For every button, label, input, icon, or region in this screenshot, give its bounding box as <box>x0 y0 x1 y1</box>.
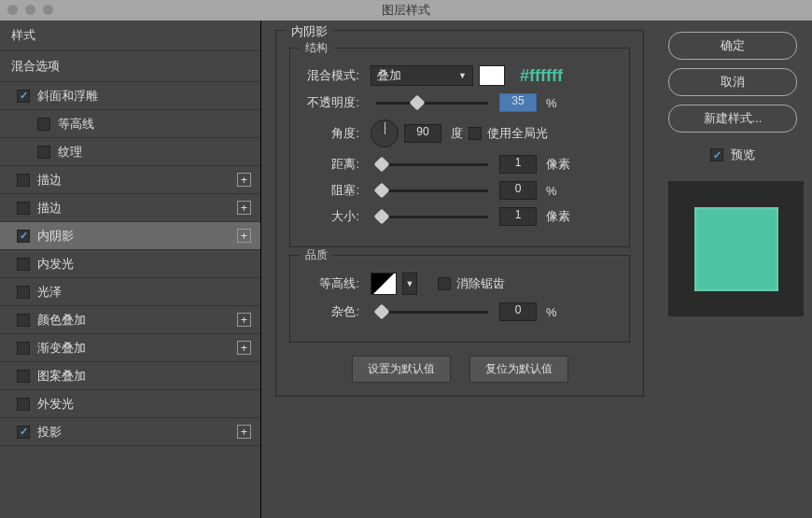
new-style-button[interactable]: 新建样式... <box>668 105 797 133</box>
style-checkbox[interactable] <box>17 258 30 271</box>
opacity-input[interactable]: 35 <box>499 93 537 112</box>
style-item-0[interactable]: 斜面和浮雕 <box>0 82 260 110</box>
title-bar: 图层样式 <box>0 0 812 21</box>
distance-input[interactable]: 1 <box>499 155 537 174</box>
opacity-label: 不透明度: <box>303 94 359 111</box>
style-label: 外发光 <box>37 396 74 413</box>
style-label: 颜色叠加 <box>37 312 86 329</box>
style-label: 渐变叠加 <box>37 340 86 357</box>
size-label: 大小: <box>303 208 359 225</box>
style-label: 描边 <box>37 200 62 217</box>
style-label: 斜面和浮雕 <box>37 88 98 105</box>
style-label: 投影 <box>37 424 62 441</box>
style-item-12[interactable]: 投影+ <box>0 418 260 446</box>
section-blend-options[interactable]: 混合选项 <box>0 51 260 82</box>
style-label: 光泽 <box>37 284 62 301</box>
style-label: 内发光 <box>37 256 74 273</box>
style-item-7[interactable]: 光泽 <box>0 278 260 306</box>
style-label: 内阴影 <box>37 228 74 245</box>
antialias-checkbox[interactable] <box>438 277 451 290</box>
choke-input[interactable]: 0 <box>499 181 537 200</box>
style-checkbox[interactable] <box>17 90 30 103</box>
preview-box <box>668 181 804 316</box>
style-checkbox[interactable] <box>37 118 50 131</box>
chevron-down-icon: ▼ <box>458 71 467 80</box>
reset-default-button[interactable]: 复位为默认值 <box>469 356 568 383</box>
blend-mode-select[interactable]: 叠加 ▼ <box>371 65 473 86</box>
style-checkbox[interactable] <box>17 370 30 383</box>
preview-checkbox[interactable] <box>710 148 723 161</box>
size-input[interactable]: 1 <box>499 207 537 226</box>
style-item-10[interactable]: 图案叠加 <box>0 362 260 390</box>
style-item-5[interactable]: 内阴影+ <box>0 222 260 250</box>
style-item-6[interactable]: 内发光 <box>0 250 260 278</box>
angle-input[interactable]: 90 <box>404 124 441 143</box>
ok-button[interactable]: 确定 <box>668 32 797 60</box>
style-item-11[interactable]: 外发光 <box>0 390 260 418</box>
settings-panel: 内阴影 结构 混合模式: 叠加 ▼ #ffffff 不透明度: 35 % <box>261 21 653 518</box>
contour-dropdown[interactable]: ▼ <box>402 273 417 295</box>
contour-swatch[interactable] <box>371 273 397 295</box>
preview-swatch <box>694 207 778 291</box>
global-light-label: 使用全局光 <box>487 125 548 142</box>
style-item-3[interactable]: 描边+ <box>0 166 260 194</box>
style-item-2[interactable]: 纹理 <box>0 138 260 166</box>
style-checkbox[interactable] <box>17 314 30 327</box>
style-checkbox[interactable] <box>17 286 30 299</box>
style-checkbox[interactable] <box>17 426 30 439</box>
window-controls[interactable] <box>7 5 53 15</box>
structure-title: 结构 <box>300 40 333 56</box>
plus-icon[interactable]: + <box>237 229 251 243</box>
style-checkbox[interactable] <box>17 398 30 411</box>
noise-input[interactable]: 0 <box>499 302 537 321</box>
style-item-1[interactable]: 等高线 <box>0 110 260 138</box>
style-label: 等高线 <box>58 116 94 133</box>
style-checkbox[interactable] <box>17 230 30 243</box>
plus-icon[interactable]: + <box>237 173 251 187</box>
distance-slider[interactable] <box>376 163 488 166</box>
plus-icon[interactable]: + <box>237 341 251 355</box>
choke-label: 阻塞: <box>303 182 359 199</box>
antialias-label: 消除锯齿 <box>456 275 505 292</box>
style-checkbox[interactable] <box>17 342 30 355</box>
contour-label: 等高线: <box>303 275 359 292</box>
choke-slider[interactable] <box>376 189 488 192</box>
right-panel: 确定 取消 新建样式... 预览 <box>653 21 812 518</box>
style-label: 描边 <box>37 172 62 189</box>
plus-icon[interactable]: + <box>237 425 251 439</box>
style-item-9[interactable]: 渐变叠加+ <box>0 334 260 362</box>
make-default-button[interactable]: 设置为默认值 <box>352 356 451 383</box>
section-styles[interactable]: 样式 <box>0 21 260 51</box>
color-swatch[interactable] <box>479 65 505 86</box>
plus-icon[interactable]: + <box>237 201 251 215</box>
size-slider[interactable] <box>376 216 488 218</box>
preview-label: 预览 <box>731 147 755 163</box>
blend-mode-label: 混合模式: <box>303 67 359 84</box>
chevron-down-icon: ▼ <box>406 279 414 288</box>
plus-icon[interactable]: + <box>237 313 251 327</box>
style-checkbox[interactable] <box>17 202 30 215</box>
style-item-4[interactable]: 描边+ <box>0 194 260 222</box>
angle-dial[interactable] <box>371 119 399 147</box>
style-checkbox[interactable] <box>37 146 50 159</box>
cancel-button[interactable]: 取消 <box>668 68 797 96</box>
noise-label: 杂色: <box>303 303 359 320</box>
distance-label: 距离: <box>303 156 359 173</box>
angle-label: 角度: <box>303 125 359 142</box>
style-checkbox[interactable] <box>17 174 30 187</box>
style-label: 图案叠加 <box>37 368 86 385</box>
noise-slider[interactable] <box>376 311 488 314</box>
window-title: 图层样式 <box>382 2 430 19</box>
opacity-slider[interactable] <box>376 102 488 105</box>
global-light-checkbox[interactable] <box>469 127 482 140</box>
quality-title: 品质 <box>300 247 333 263</box>
hex-annotation: #ffffff <box>520 66 563 86</box>
panel-title: 内阴影 <box>286 23 333 40</box>
style-label: 纹理 <box>58 144 82 161</box>
styles-sidebar: 样式 混合选项 斜面和浮雕等高线纹理描边+描边+内阴影+内发光光泽颜色叠加+渐变… <box>0 21 261 518</box>
style-item-8[interactable]: 颜色叠加+ <box>0 306 260 334</box>
